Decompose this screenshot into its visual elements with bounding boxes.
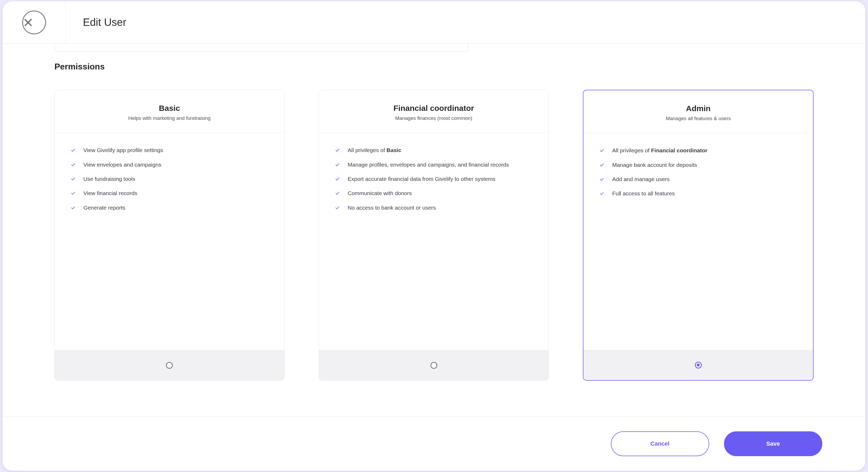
card-footer [319, 350, 549, 380]
save-button[interactable]: Save [724, 431, 822, 456]
modal-body: Permissions BasicHelps with marketing an… [3, 43, 865, 416]
feature-item: Full access to all features [599, 190, 797, 197]
permission-radio[interactable] [430, 362, 437, 369]
modal-title: Edit User [65, 16, 126, 28]
check-icon [599, 191, 604, 196]
check-icon [335, 205, 340, 210]
card-title: Basic [68, 104, 271, 113]
permission-radio[interactable] [695, 362, 702, 369]
feature-text: All privileges of Financial coordinator [612, 147, 708, 154]
feature-text: No access to bank account or users [348, 204, 436, 211]
feature-list: All privileges of Financial coordinatorM… [583, 133, 813, 350]
card-head: BasicHelps with marketing and fundraisin… [55, 90, 284, 133]
card-head: AdminManages all features & users [583, 90, 813, 133]
feature-text: Manage profiles, envelopes and campaigns… [348, 161, 509, 168]
close-cell [3, 1, 65, 43]
check-icon [335, 177, 340, 181]
feature-text: Full access to all features [612, 190, 675, 197]
check-icon [335, 148, 340, 153]
check-icon [71, 177, 75, 181]
card-title: Financial coordinator [333, 104, 535, 113]
card-subtitle: Helps with marketing and fundraising [68, 115, 271, 121]
feature-text: View Givelify app profile settings [84, 146, 163, 154]
feature-item: View Givelify app profile settings [71, 146, 268, 154]
feature-text: Add and manage users [612, 175, 670, 183]
check-icon [599, 148, 604, 153]
feature-item: View envelopes and campaigns [71, 161, 268, 168]
previous-input-field[interactable] [55, 43, 468, 52]
feature-item: View financial records [71, 190, 268, 197]
feature-item: Use fundraising tools [71, 175, 268, 183]
check-icon [599, 163, 604, 167]
card-subtitle: Manages finances (most common) [333, 115, 535, 121]
feature-text: Use fundraising tools [84, 175, 135, 183]
check-icon [71, 148, 75, 153]
check-icon [71, 205, 75, 210]
check-icon [335, 191, 340, 196]
card-footer [55, 350, 284, 380]
permission-card-basic[interactable]: BasicHelps with marketing and fundraisin… [55, 90, 285, 381]
card-subtitle: Manages all features & users [597, 115, 799, 122]
feature-list: View Givelify app profile settingsView e… [55, 133, 284, 350]
feature-item: All privileges of Financial coordinator [599, 147, 797, 154]
permissions-section-title: Permissions [55, 62, 813, 71]
permission-cards: BasicHelps with marketing and fundraisin… [55, 90, 813, 381]
feature-text: Communicate with donors [348, 190, 412, 197]
feature-item: Communicate with donors [335, 190, 532, 197]
close-icon [23, 18, 45, 28]
edit-user-modal: Edit User Permissions BasicHelps with ma… [3, 1, 865, 470]
feature-item: No access to bank account or users [335, 204, 532, 211]
check-icon [335, 162, 340, 167]
feature-text: Generate reports [84, 204, 125, 211]
permission-radio[interactable] [166, 362, 173, 369]
feature-list: All privileges of BasicManage profiles, … [319, 133, 549, 350]
card-head: Financial coordinatorManages finances (m… [319, 90, 549, 133]
modal-header: Edit User [3, 1, 865, 43]
cancel-button[interactable]: Cancel [611, 431, 709, 456]
feature-text: All privileges of Basic [348, 146, 401, 154]
permission-card-admin[interactable]: AdminManages all features & usersAll pri… [583, 90, 813, 381]
feature-text: View envelopes and campaigns [84, 161, 161, 168]
feature-item: Generate reports [71, 204, 268, 211]
card-title: Admin [597, 104, 799, 113]
feature-text: Export accurate financial data from Give… [348, 175, 495, 183]
check-icon [599, 177, 604, 181]
feature-item: Export accurate financial data from Give… [335, 175, 532, 183]
modal-footer: Cancel Save [3, 416, 865, 470]
feature-item: Add and manage users [599, 175, 797, 183]
permission-card-financial-coordinator[interactable]: Financial coordinatorManages finances (m… [319, 90, 549, 381]
feature-text: Manage bank account for deposits [612, 161, 697, 169]
feature-text: View financial records [84, 190, 137, 197]
close-button[interactable] [22, 10, 46, 34]
check-icon [71, 162, 75, 167]
card-footer [583, 350, 813, 380]
feature-item: Manage profiles, envelopes and campaigns… [335, 161, 532, 168]
feature-item: All privileges of Basic [335, 146, 532, 154]
check-icon [71, 191, 75, 196]
feature-item: Manage bank account for deposits [599, 161, 797, 169]
